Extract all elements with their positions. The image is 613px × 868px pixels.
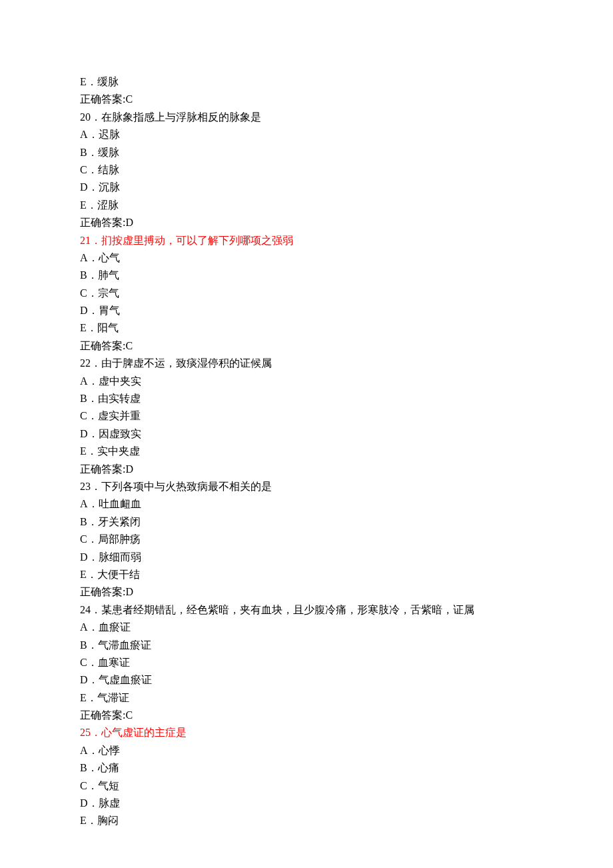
text-line: B．气滞血瘀证: [80, 637, 533, 654]
text-line: A．心悸: [80, 742, 533, 759]
text-line: D．胃气: [80, 302, 533, 319]
text-line: B．心痛: [80, 759, 533, 777]
text-line: 24．某患者经期错乱，经色紫暗，夹有血块，且少腹冷痛，形寒肢冷，舌紫暗，证属: [80, 601, 533, 619]
text-line: C．局部肿疡: [80, 531, 533, 548]
text-line: B．由实转虚: [80, 390, 533, 407]
text-line: A．吐血衄血: [80, 495, 533, 513]
text-line: 正确答案:D: [80, 461, 533, 478]
text-line: 20．在脉象指感上与浮脉相反的脉象是: [80, 109, 533, 126]
text-line: 正确答案:D: [80, 214, 533, 231]
text-line: D．脉细而弱: [80, 549, 533, 566]
text-line: E．缓脉: [80, 73, 533, 91]
text-line: D．沉脉: [80, 179, 533, 196]
text-line: 正确答案:D: [80, 583, 533, 601]
text-line: D．气虚血瘀证: [80, 671, 533, 689]
text-line: E．大便干结: [80, 566, 533, 583]
text-line: 22．由于脾虚不运，致痰湿停积的证候属: [80, 355, 533, 372]
text-line: B．缓脉: [80, 144, 533, 161]
text-line: E．涩脉: [80, 197, 533, 214]
text-line: B．肺气: [80, 267, 533, 284]
text-line: C．结脉: [80, 161, 533, 179]
text-line: A．迟脉: [80, 126, 533, 143]
text-line: E．胸闷: [80, 812, 533, 829]
text-line: D．脉虚: [80, 795, 533, 812]
text-line: 21．扪按虚里搏动，可以了解下列哪项之强弱: [80, 232, 533, 249]
text-line: C．宗气: [80, 285, 533, 302]
document-page: E．缓脉正确答案:C20．在脉象指感上与浮脉相反的脉象是A．迟脉B．缓脉C．结脉…: [0, 0, 613, 868]
text-line: 正确答案:C: [80, 707, 533, 724]
text-line: C．气短: [80, 777, 533, 795]
text-line: B．牙关紧闭: [80, 513, 533, 531]
text-line: E．实中夹虚: [80, 443, 533, 460]
text-line: 25．心气虚证的主症是: [80, 724, 533, 741]
text-line: C．虚实并重: [80, 407, 533, 425]
text-line: A．虚中夹实: [80, 373, 533, 390]
text-line: A．血瘀证: [80, 619, 533, 636]
text-line: D．因虚致实: [80, 425, 533, 443]
text-line: E．阳气: [80, 319, 533, 337]
text-line: 正确答案:C: [80, 337, 533, 355]
text-line: C．血寒证: [80, 654, 533, 671]
text-line: E．气滞证: [80, 689, 533, 707]
text-line: 正确答案:C: [80, 91, 533, 108]
text-line: A．心气: [80, 249, 533, 267]
text-line: 23．下列各项中与火热致病最不相关的是: [80, 478, 533, 495]
